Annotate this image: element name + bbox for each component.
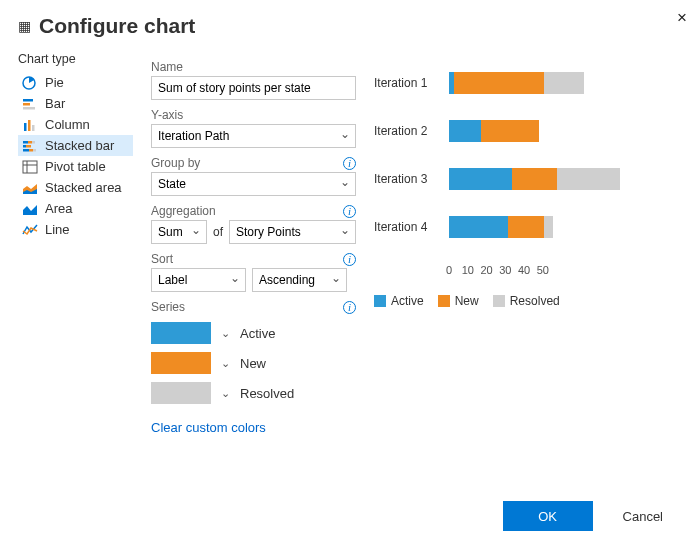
chart-type-bar[interactable]: Bar xyxy=(18,93,133,114)
chevron-down-icon[interactable]: ⌄ xyxy=(221,387,230,400)
bar-segment-new xyxy=(512,168,557,190)
chart-type-pivot-table[interactable]: Pivot table xyxy=(18,156,133,177)
chart-type-label: Stacked bar xyxy=(45,138,114,153)
legend-swatch xyxy=(493,295,505,307)
chart-type-pie[interactable]: Pie xyxy=(18,72,133,93)
series-color-swatch[interactable] xyxy=(151,352,211,374)
info-icon[interactable]: i xyxy=(343,253,356,266)
bar-segment-resolved xyxy=(544,72,585,94)
area-icon xyxy=(22,202,38,216)
ok-button[interactable]: OK xyxy=(503,501,593,531)
legend-swatch xyxy=(438,295,450,307)
name-input[interactable] xyxy=(151,76,356,100)
series-row-new: ⌄New xyxy=(151,352,356,374)
chart-bar-track xyxy=(449,72,674,94)
chart-bar-track xyxy=(449,216,674,238)
line-icon xyxy=(22,223,38,237)
groupby-select[interactable] xyxy=(151,172,356,196)
bar-segment-new xyxy=(454,72,544,94)
chart-type-label: Area xyxy=(45,201,72,216)
sort-label: Sort xyxy=(151,252,173,266)
bar-segment-active xyxy=(449,168,512,190)
svg-rect-13 xyxy=(29,149,33,152)
name-label: Name xyxy=(151,60,183,74)
series-name-label: Active xyxy=(240,326,275,341)
legend-item-new: New xyxy=(438,294,479,308)
chart-type-label: Bar xyxy=(45,96,65,111)
svg-rect-2 xyxy=(23,103,30,106)
info-icon[interactable]: i xyxy=(343,205,356,218)
chart-category-label: Iteration 3 xyxy=(374,172,449,186)
legend-label: Active xyxy=(391,294,424,308)
bar-segment-new xyxy=(481,120,540,142)
bar-segment-resolved xyxy=(544,216,553,238)
chart-category-label: Iteration 2 xyxy=(374,124,449,138)
chart-bar-row: Iteration 3 xyxy=(374,168,674,190)
axis-tick-label: 50 xyxy=(524,264,562,276)
legend-label: Resolved xyxy=(510,294,560,308)
svg-rect-5 xyxy=(28,120,31,131)
aggregation-label: Aggregation xyxy=(151,204,216,218)
svg-rect-1 xyxy=(23,99,33,102)
close-icon[interactable]: × xyxy=(677,8,687,28)
bar-icon xyxy=(22,97,38,111)
yaxis-select[interactable] xyxy=(151,124,356,148)
bar-segment-resolved xyxy=(557,168,620,190)
svg-rect-7 xyxy=(23,141,28,144)
chart-category-label: Iteration 4 xyxy=(374,220,449,234)
svg-rect-3 xyxy=(23,107,35,110)
chart-type-label: Pivot table xyxy=(45,159,106,174)
chevron-down-icon[interactable]: ⌄ xyxy=(221,357,230,370)
aggregation-of-label: of xyxy=(213,225,223,239)
sort-dir-select[interactable] xyxy=(252,268,347,292)
aggregation-func-select[interactable] xyxy=(151,220,207,244)
svg-rect-11 xyxy=(26,145,31,148)
bar-segment-active xyxy=(449,120,481,142)
chart-bar-track xyxy=(449,120,674,142)
pie-icon xyxy=(22,76,38,90)
chart-type-line[interactable]: Line xyxy=(18,219,133,240)
svg-rect-10 xyxy=(23,145,26,148)
stacked-area-icon xyxy=(22,181,38,195)
chart-bar-row: Iteration 2 xyxy=(374,120,674,142)
series-color-swatch[interactable] xyxy=(151,322,211,344)
chart-bar-row: Iteration 4 xyxy=(374,216,674,238)
chevron-down-icon[interactable]: ⌄ xyxy=(221,327,230,340)
dialog-title: Configure chart xyxy=(39,14,195,38)
legend-swatch xyxy=(374,295,386,307)
series-label: Series xyxy=(151,300,185,314)
series-row-active: ⌄Active xyxy=(151,322,356,344)
chart-category-label: Iteration 1 xyxy=(374,76,449,90)
chart-type-label: Line xyxy=(45,222,70,237)
chart-type-area[interactable]: Area xyxy=(18,198,133,219)
chart-type-stacked-bar[interactable]: Stacked bar xyxy=(18,135,133,156)
svg-rect-14 xyxy=(33,149,36,152)
svg-rect-9 xyxy=(32,141,35,144)
series-row-resolved: ⌄Resolved xyxy=(151,382,356,404)
chart-type-column[interactable]: Column xyxy=(18,114,133,135)
info-icon[interactable]: i xyxy=(343,157,356,170)
info-icon[interactable]: i xyxy=(343,301,356,314)
legend-item-active: Active xyxy=(374,294,424,308)
pivot-table-icon xyxy=(22,160,38,174)
sort-by-select[interactable] xyxy=(151,268,246,292)
clear-colors-link[interactable]: Clear custom colors xyxy=(151,420,266,435)
series-color-swatch[interactable] xyxy=(151,382,211,404)
chart-type-stacked-area[interactable]: Stacked area xyxy=(18,177,133,198)
aggregation-field-select[interactable] xyxy=(229,220,356,244)
svg-rect-8 xyxy=(28,141,32,144)
column-icon xyxy=(22,118,38,132)
svg-rect-12 xyxy=(23,149,29,152)
chart-type-label: Stacked area xyxy=(45,180,122,195)
chart-preview: Iteration 1Iteration 2Iteration 3Iterati… xyxy=(374,72,674,308)
chart-type-label: Column xyxy=(45,117,90,132)
yaxis-label: Y-axis xyxy=(151,108,183,122)
legend-item-resolved: Resolved xyxy=(493,294,560,308)
svg-rect-6 xyxy=(32,125,35,131)
cancel-button[interactable]: Cancel xyxy=(617,508,669,525)
chart-type-label: Pie xyxy=(45,75,64,90)
series-name-label: New xyxy=(240,356,266,371)
stacked-bar-icon xyxy=(22,139,38,153)
groupby-label: Group by xyxy=(151,156,200,170)
bar-segment-active xyxy=(449,216,508,238)
